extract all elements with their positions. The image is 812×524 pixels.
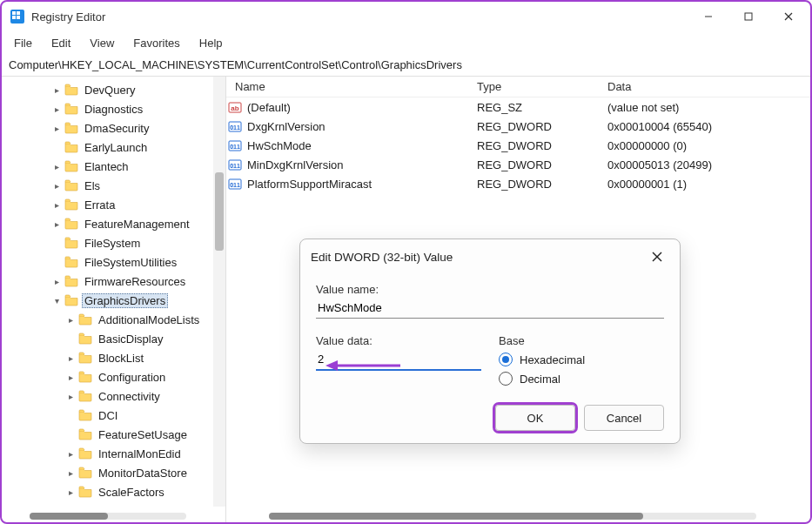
list-horizontal-scrollbar[interactable] [226,510,798,522]
value-row[interactable]: 011PlatformSupportMiracastREG_DWORD0x000… [226,174,810,193]
reg-dword-icon: 011 [226,177,244,191]
tree-node[interactable]: FeatureSetUsage [2,425,225,444]
tree-node[interactable]: ▸FeatureManagement [2,214,225,233]
edit-dword-dialog: Edit DWORD (32-bit) Value Value name: Va… [299,238,681,444]
tree-node[interactable]: ▸BlockList [2,348,225,367]
key-tree[interactable]: ▸DevQuery▸Diagnostics▸DmaSecurityEarlyLa… [2,77,226,522]
tree-node-label: GraphicsDrivers [82,293,168,308]
tree-node[interactable]: FileSystemUtilities [2,252,225,272]
reg-sz-icon: ab [226,100,244,114]
radio-decimal[interactable]: Decimal [499,372,664,386]
chevron-right-icon[interactable]: ▸ [50,219,63,229]
tree-node[interactable]: ▸DevQuery [2,80,225,99]
column-name[interactable]: Name [226,80,468,93]
tree-node-label: ScaleFactors [96,486,167,499]
chevron-right-icon[interactable]: ▸ [50,162,63,171]
radio-hexadecimal[interactable]: Hexadecimal [499,353,664,366]
value-name: DxgKrnlVersion [244,120,468,133]
tree-node-label: Errata [82,198,117,212]
folder-icon [64,103,78,115]
radio-hex-label: Hexadecimal [520,353,585,366]
tree-node-label: DCI [96,409,120,422]
svg-rect-1 [12,11,16,15]
chevron-right-icon[interactable]: ▸ [64,468,77,478]
menu-view[interactable]: View [81,35,123,51]
value-row[interactable]: 011HwSchModeREG_DWORD0x00000000 (0) [226,136,810,155]
value-data: (value not set) [599,101,810,114]
radio-dec-label: Decimal [520,373,560,386]
menu-edit[interactable]: Edit [43,35,79,51]
close-button[interactable] [768,3,809,30]
tree-node[interactable]: BasicDisplay [2,329,225,348]
tree-node[interactable]: ▾GraphicsDrivers [2,291,225,310]
menu-file[interactable]: File [5,35,41,51]
chevron-right-icon[interactable]: ▸ [64,353,77,363]
minimize-button[interactable] [688,3,728,30]
chevron-right-icon[interactable]: ▸ [64,449,77,459]
address-bar[interactable]: Computer\HKEY_LOCAL_MACHINE\SYSTEM\Curre… [2,54,810,77]
value-data-field[interactable] [316,349,481,371]
tree-node[interactable]: DCI [2,406,225,425]
chevron-right-icon[interactable]: ▸ [50,85,63,95]
tree-node[interactable]: ▸Elantech [2,157,225,176]
folder-icon [64,237,78,249]
radio-hex-indicator [499,353,513,366]
value-type: REG_SZ [468,101,599,114]
tree-node[interactable]: ▸Configuration [2,367,225,386]
tree-node-label: Configuration [96,371,168,384]
tree-node[interactable]: ▸InternalMonEdid [2,444,225,463]
chevron-right-icon[interactable]: ▸ [64,487,77,497]
tree-node-label: DevQuery [82,84,138,97]
chevron-right-icon[interactable]: ▸ [64,315,77,325]
column-data[interactable]: Data [599,80,810,93]
svg-text:011: 011 [230,182,240,188]
tree-node[interactable]: ▸FirmwareResources [2,272,225,291]
window-title: Registry Editor [31,10,105,24]
value-row[interactable]: 011DxgKrnlVersionREG_DWORD0x00010004 (65… [226,117,810,136]
svg-text:ab: ab [231,104,238,112]
tree-vertical-scrollbar[interactable] [213,77,225,507]
chevron-right-icon[interactable]: ▸ [50,200,63,210]
tree-node[interactable]: ▸Errata [2,195,225,214]
value-name-field[interactable] [316,298,664,319]
chevron-right-icon[interactable]: ▸ [50,181,63,191]
tree-horizontal-scrollbar[interactable] [2,510,213,522]
svg-rect-6 [745,13,752,20]
chevron-right-icon[interactable]: ▸ [50,124,63,133]
maximize-button[interactable] [728,3,768,30]
tree-node[interactable]: FileSystem [2,233,225,252]
tree-node[interactable]: EarlyLaunch [2,138,225,157]
tree-node-label: FeatureSetUsage [96,428,190,441]
column-type[interactable]: Type [468,80,599,93]
cancel-button[interactable]: Cancel [584,405,664,431]
tree-node-label: FileSystemUtilities [82,256,179,269]
svg-text:011: 011 [230,144,240,150]
tree-node[interactable]: ▸DmaSecurity [2,118,225,138]
chevron-right-icon[interactable]: ▸ [50,277,63,286]
tree-node[interactable]: ▸MonitorDataStore [2,463,225,482]
chevron-right-icon[interactable]: ▸ [64,392,77,401]
chevron-down-icon[interactable]: ▾ [50,296,63,306]
ok-button[interactable]: OK [495,405,575,431]
folder-icon [78,428,92,440]
reg-dword-icon: 011 [226,138,244,152]
value-type: REG_DWORD [468,139,599,152]
value-row[interactable]: ab(Default)REG_SZ(value not set) [226,97,810,117]
menu-favorites[interactable]: Favorites [124,35,188,51]
tree-node[interactable]: ▸ScaleFactors [2,482,225,501]
folder-icon [78,390,92,402]
tree-node[interactable]: ▸Connectivity [2,386,225,406]
menu-help[interactable]: Help [191,35,232,51]
tree-node[interactable]: ▸Els [2,176,225,195]
dialog-close-button[interactable] [645,245,669,269]
tree-node[interactable]: ▸AdditionalModeLists [2,310,225,329]
column-headers[interactable]: Name Type Data [226,77,810,97]
tree-node[interactable]: ▸Diagnostics [2,99,225,118]
tree-node-label: MonitorDataStore [96,467,190,480]
tree-node-label: FeatureManagement [82,218,192,231]
folder-icon [64,141,78,153]
chevron-right-icon[interactable]: ▸ [64,373,77,382]
folder-icon [78,333,92,345]
value-row[interactable]: 011MinDxgKrnlVersionREG_DWORD0x00005013 … [226,155,810,174]
chevron-right-icon[interactable]: ▸ [50,104,63,114]
